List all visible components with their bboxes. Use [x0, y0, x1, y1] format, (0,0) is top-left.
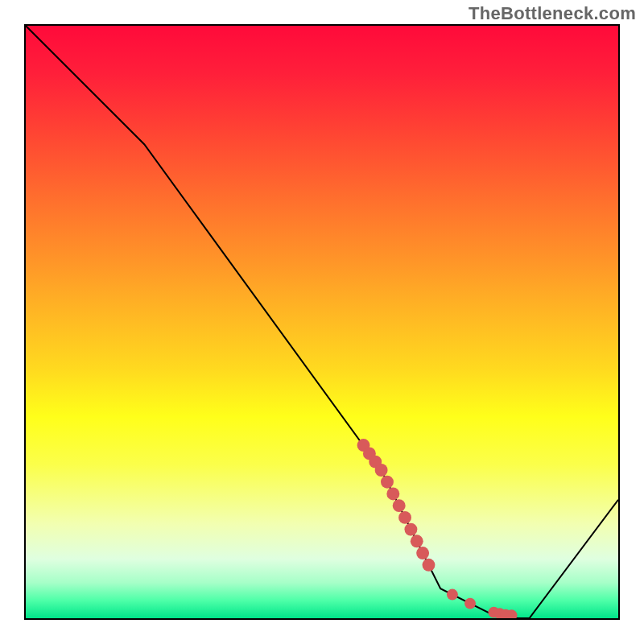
chart-overlay	[26, 26, 618, 618]
marker-dot	[404, 523, 417, 536]
watermark-text: TheBottleneck.com	[469, 3, 636, 24]
marker-dot	[411, 535, 423, 547]
marker-dots	[357, 439, 518, 618]
marker-dot	[423, 559, 436, 572]
marker-dot	[393, 499, 406, 512]
marker-dot	[464, 598, 476, 609]
marker-dot	[398, 511, 411, 524]
marker-dot	[386, 487, 399, 500]
marker-dot	[447, 589, 458, 601]
marker-dot	[381, 476, 394, 489]
curve-line	[26, 26, 618, 618]
chart-container: TheBottleneck.com	[0, 0, 644, 644]
marker-dot	[375, 464, 388, 477]
marker-dot	[416, 547, 429, 559]
plot-area	[24, 24, 620, 620]
